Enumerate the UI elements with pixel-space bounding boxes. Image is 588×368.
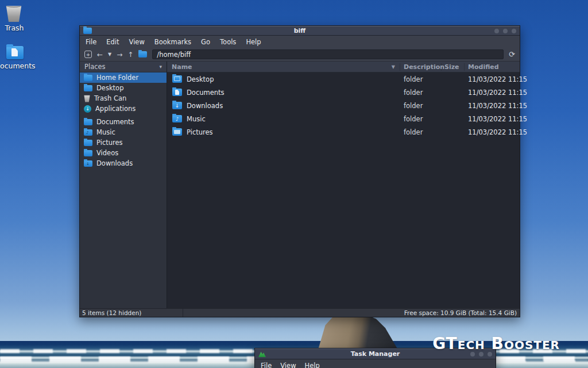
desktop-icon-documents[interactable]: Documents (6, 46, 24, 59)
home-icon[interactable] (138, 51, 147, 57)
column-header-name[interactable]: Name ▼ (167, 63, 400, 71)
sidebar-item-label: Music (96, 128, 115, 136)
file-name: Documents (187, 89, 225, 97)
minimize-button[interactable] (494, 29, 499, 33)
sort-descending-icon[interactable]: ▼ (392, 64, 395, 70)
path-text: /home/biff (157, 51, 191, 59)
desktop-folder-icon (172, 75, 182, 83)
refresh-icon[interactable]: ⟳ (509, 50, 515, 59)
sidebar-item-music[interactable]: ♪ Music (80, 127, 167, 137)
sidebar-item-videos[interactable]: Videos (80, 148, 167, 158)
videos-folder-icon (84, 150, 92, 156)
table-row-desktop[interactable]: Desktop folder 11/03/2022 11:15 (167, 72, 520, 86)
downloads-folder-icon: ↓ (84, 160, 92, 167)
sidebar-item-pictures[interactable]: Pictures (80, 137, 167, 148)
maximize-button[interactable] (503, 29, 508, 33)
sidebar-item-label: Documents (96, 118, 134, 126)
table-row-downloads[interactable]: ↓ Downloads folder 11/03/2022 11:15 (167, 99, 520, 112)
menu-file[interactable]: File (261, 362, 272, 368)
file-list: Name ▼ Description Size Modified Desktop… (167, 62, 520, 308)
file-name: Downloads (187, 102, 223, 110)
home-folder-icon (84, 75, 92, 81)
desktop-icon-trash[interactable]: Trash (5, 5, 22, 22)
menu-edit[interactable]: Edit (106, 38, 119, 46)
menu-view[interactable]: View (129, 38, 145, 46)
sidebar-item-downloads[interactable]: ↓ Downloads (80, 158, 167, 168)
chevron-down-icon: ▾ (159, 64, 162, 70)
wallpaper-sea-stack-rock (317, 313, 400, 348)
sidebar-item-label: Downloads (96, 159, 133, 167)
menu-view[interactable]: View (280, 362, 296, 368)
music-folder-icon: ♪ (84, 129, 92, 136)
places-header[interactable]: Places ▾ (80, 62, 167, 72)
menu-file[interactable]: File (86, 38, 96, 46)
file-manager-titlebar[interactable]: biff (80, 26, 520, 36)
file-description: folder (400, 102, 442, 110)
menu-go[interactable]: Go (201, 38, 210, 46)
file-modified: 11/03/2022 11:15 (465, 102, 520, 110)
documents-folder-icon (84, 119, 92, 125)
window-title: biff (80, 27, 520, 34)
column-header-size[interactable]: Size (442, 63, 465, 71)
trash-icon (84, 95, 90, 102)
gtech-booster-watermark: GTech Booster (432, 334, 560, 353)
places-header-label: Places (84, 63, 106, 71)
sidebar-item-documents[interactable]: Documents (80, 117, 167, 127)
file-modified: 11/03/2022 11:15 (465, 89, 520, 97)
trash-icon (5, 5, 22, 22)
menu-help[interactable]: Help (305, 362, 320, 368)
up-icon[interactable]: ↑ (127, 51, 133, 58)
sidebar-item-label: Desktop (96, 84, 123, 92)
sidebar-item-label: Trash Can (94, 94, 126, 102)
table-row-documents[interactable]: Documents folder 11/03/2022 11:15 (167, 86, 520, 99)
file-description: folder (400, 115, 442, 123)
file-manager-toolbar: + ← ▼ → ↑ /home/biff ⟳ (80, 48, 520, 62)
sidebar-item-trash-can[interactable]: Trash Can (80, 93, 167, 103)
sidebar-item-label: Videos (96, 149, 118, 157)
back-icon[interactable]: ← (97, 51, 103, 58)
documents-folder-icon (172, 89, 182, 96)
sidebar-item-label: Pictures (96, 139, 123, 147)
sidebar-item-desktop[interactable]: Desktop (80, 83, 167, 93)
status-free-space: Free space: 10.9 GiB (Total: 15.4 GiB) (401, 309, 520, 316)
sidebar-item-label: Home Folder (96, 74, 138, 82)
table-row-pictures[interactable]: Pictures folder 11/03/2022 11:15 (167, 125, 520, 139)
column-header-modified[interactable]: Modified (465, 63, 520, 71)
table-row-music[interactable]: ♪ Music folder 11/03/2022 11:15 (167, 112, 520, 125)
menu-bookmarks[interactable]: Bookmarks (154, 38, 191, 46)
file-description: folder (400, 128, 442, 136)
downloads-folder-icon: ↓ (172, 102, 182, 109)
file-description: folder (400, 75, 442, 83)
folder-icon (84, 85, 92, 91)
file-name: Desktop (187, 75, 214, 83)
path-input[interactable]: /home/biff (152, 49, 504, 59)
sidebar-item-home-folder[interactable]: Home Folder (80, 72, 167, 83)
pictures-folder-icon (84, 140, 92, 146)
menu-help[interactable]: Help (246, 38, 261, 46)
sidebar-item-applications[interactable]: ↓ Applications (80, 103, 167, 114)
status-bar: 5 items (12 hidden) Free space: 10.9 GiB… (80, 308, 520, 317)
places-sidebar: Places ▾ Home Folder Desktop Trash Can ↓… (80, 62, 167, 308)
file-modified: 11/03/2022 11:15 (465, 115, 520, 123)
column-header-description[interactable]: Description (400, 63, 442, 71)
task-manager-menubar: File View Help (255, 359, 496, 368)
music-folder-icon: ♪ (172, 115, 182, 122)
forward-icon[interactable]: → (117, 51, 122, 58)
history-dropdown-icon[interactable]: ▼ (108, 52, 111, 57)
menu-tools[interactable]: Tools (220, 38, 236, 46)
applications-icon: ↓ (84, 105, 91, 113)
list-header-row: Name ▼ Description Size Modified (167, 62, 520, 72)
file-modified: 11/03/2022 11:15 (465, 128, 520, 136)
close-button[interactable] (512, 29, 516, 33)
sidebar-item-label: Applications (95, 105, 136, 113)
pictures-folder-icon (172, 128, 182, 136)
new-tab-icon[interactable]: + (84, 51, 92, 58)
file-manager-window: biff File Edit View Bookmarks Go Tools H… (79, 25, 520, 317)
file-modified: 11/03/2022 11:15 (465, 75, 520, 83)
status-items-count: 5 items (12 hidden) (80, 309, 183, 317)
desktop-icon-trash-label: Trash (0, 24, 38, 32)
file-name: Pictures (187, 128, 213, 136)
desktop-icon-documents-label: Documents (0, 62, 44, 70)
file-name: Music (187, 115, 206, 123)
documents-folder-icon (6, 46, 24, 59)
